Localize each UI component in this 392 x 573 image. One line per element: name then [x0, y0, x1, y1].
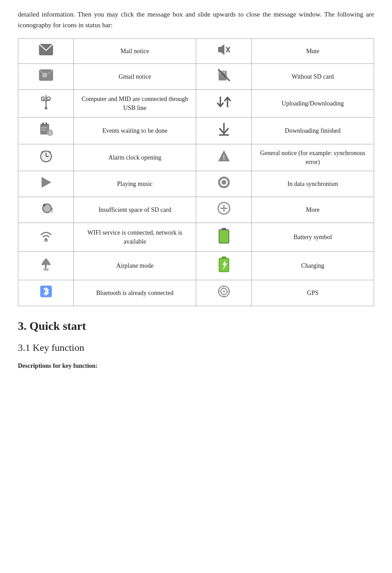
sdcard-icon-cell: ! [18, 197, 74, 223]
section3-title: 3. Quick start [18, 320, 374, 333]
gmail-label: Gmail notice [74, 64, 196, 90]
mute-icon [216, 43, 232, 56]
bluetooth-icon [39, 285, 53, 298]
sync-label: In data synchronism [252, 171, 374, 197]
table-row: Gmail notice Without SD card [18, 64, 374, 90]
table-row: Bluetooth is already connected GPS [18, 280, 374, 306]
alarm-icon [39, 149, 53, 163]
data-sync-icon [217, 176, 231, 189]
mail-icon-cell [18, 39, 74, 64]
general-notice-icon: ! [217, 149, 231, 163]
wifi-icon [39, 229, 53, 242]
sdcard-label: Insufficient space of SD card [74, 197, 196, 223]
descriptions-label: Descriptions for key function: [18, 362, 374, 370]
table-row: Playing music In data synchronism [18, 171, 374, 197]
svg-marker-1 [218, 44, 224, 55]
svg-text:!: ! [223, 154, 225, 161]
svg-point-59 [223, 291, 225, 292]
icons-table: Mail notice Mute Gmail notice [18, 38, 374, 306]
charging-icon [218, 256, 230, 272]
svg-rect-9 [224, 71, 225, 74]
download-finished-icon [217, 122, 231, 136]
upload-download-icon [216, 96, 232, 108]
svg-point-39 [222, 180, 226, 185]
events-label: Events waiting to be done [74, 118, 196, 144]
alarm-icon-cell [18, 144, 74, 171]
more-icon-cell [196, 197, 252, 223]
updown-icon-cell [196, 90, 252, 118]
charging-label: Charging [252, 252, 374, 280]
svg-point-16 [45, 107, 47, 110]
bluetooth-icon-cell [18, 280, 74, 306]
sync-icon-cell [196, 171, 252, 197]
section3-heading: 3. Quick start [18, 320, 374, 333]
no-sd-icon-cell [196, 64, 252, 90]
svg-rect-48 [44, 239, 48, 242]
svg-rect-22 [42, 127, 47, 128]
mute-label: Mute [252, 39, 374, 64]
bluetooth-label: Bluetooth is already connected [74, 280, 196, 306]
charging-icon-cell [196, 252, 252, 280]
play-music-icon [40, 176, 52, 189]
table-row: Computer and MID are connected through U… [18, 90, 374, 118]
svg-rect-23 [42, 130, 46, 131]
more-label: More [252, 197, 374, 223]
table-row: WIFI service is connected, network is av… [18, 223, 374, 252]
gps-label: GPS [252, 280, 374, 306]
svg-point-15 [47, 97, 51, 101]
table-row: Airplane mode Charging [18, 252, 374, 280]
no-sd-label: Without SD card [252, 64, 374, 90]
table-row: ! Insufficient space of SD card More [18, 197, 374, 223]
airplane-icon [39, 257, 53, 271]
svg-marker-36 [42, 177, 51, 188]
mail-icon [39, 44, 53, 55]
more-icon [217, 202, 231, 215]
battery-symbol-icon-cell [196, 223, 252, 252]
wifi-icon-cell [18, 223, 74, 252]
table-row: Alarm clock opening ! General notice (fo… [18, 144, 374, 171]
events-icon: 1 [39, 122, 53, 136]
mail-label: Mail notice [74, 39, 196, 64]
svg-rect-5 [42, 73, 47, 77]
gps-icon-cell [196, 280, 252, 306]
usb-icon [40, 94, 52, 110]
warning-label: General notice (for example: synchronous… [252, 144, 374, 171]
svg-rect-50 [219, 230, 229, 243]
svg-rect-20 [42, 122, 44, 125]
table-row: 1 Events waiting to be done Downloading … [18, 118, 374, 144]
mute-icon-cell [196, 39, 252, 64]
airplane-icon-cell [18, 252, 74, 280]
usb-icon-cell [18, 90, 74, 118]
warning-icon-cell: ! [196, 144, 252, 171]
wifi-label: WIFI service is connected, network is av… [74, 223, 196, 252]
svg-text:1: 1 [49, 131, 51, 135]
no-sd-card-icon [217, 68, 231, 82]
insufficient-sd-icon: ! [39, 202, 53, 215]
download-done-label: Downloading finished [252, 118, 374, 144]
gps-icon [217, 285, 231, 298]
svg-rect-21 [46, 122, 47, 125]
svg-text:!: ! [51, 207, 53, 214]
usb-label: Computer and MID are connected through U… [74, 90, 196, 118]
play-label: Playing music [74, 171, 196, 197]
intro-paragraph: detailed information. Then you may click… [18, 9, 374, 30]
section31-title: 3.1 Key function [18, 342, 374, 354]
gmail-icon [39, 69, 53, 81]
event-icon-cell: 1 [18, 118, 74, 144]
play-icon-cell [18, 171, 74, 197]
battery-symbol-icon [218, 228, 230, 244]
airplane-label: Airplane mode [74, 252, 196, 280]
battery-symbol-label: Battery symbol [252, 223, 374, 252]
svg-point-43 [43, 204, 46, 206]
updown-label: Uploading/Downloading [252, 90, 374, 118]
alarm-label: Alarm clock opening [74, 144, 196, 171]
table-row: Mail notice Mute [18, 39, 374, 64]
download-done-icon-cell [196, 118, 252, 144]
gmail-icon-cell [18, 64, 74, 90]
